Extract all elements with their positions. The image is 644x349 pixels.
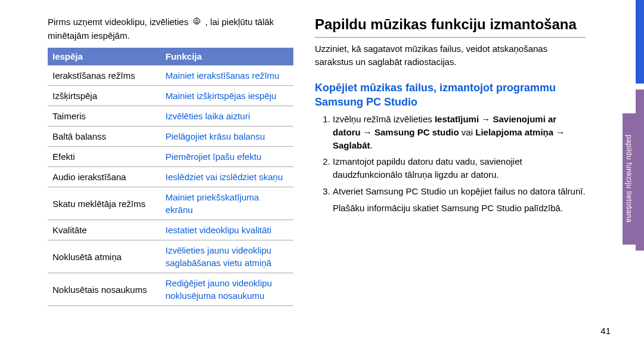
after-steps-text: Plašāku informāciju skatiet Samsung PC S…: [315, 202, 586, 215]
table-row: Baltā balanssPielāgojiet krāsu balansu: [48, 126, 293, 147]
step1-text: Izvēlņu režīmā izvēlieties: [333, 114, 435, 124]
section-heading: Papildu mūzikas funkciju izmantošana: [315, 16, 586, 38]
opt-cell: Skatu meklētāja režīms: [48, 187, 161, 220]
fn-cell: Mainiet izšķirtspējas iespēju: [161, 86, 293, 106]
opt-cell: Kvalitāte: [48, 220, 161, 240]
table-row: Noklusētā atmiņaIzvēlieties jaunu videok…: [48, 240, 293, 273]
fn-cell: Mainiet priekšskatījuma ekrānu: [161, 187, 293, 220]
edge-tab-blue: [636, 0, 644, 84]
fn-cell: Ieslēdziet vai izslēdziet skaņu: [161, 167, 293, 187]
step1-arrow: →: [553, 127, 565, 137]
table-row: IzšķirtspējaMainiet izšķirtspējas iespēj…: [48, 86, 293, 106]
table-row: Audio ierakstīšanaIeslēdziet vai izslēdz…: [48, 167, 293, 187]
opt-cell: Taimeris: [48, 106, 161, 126]
svg-point-0: [196, 20, 198, 23]
table-row: Noklusētais nosaukumsRediģējiet jauno vi…: [48, 273, 293, 306]
section-intro: Uzziniet, kā sagatavot mūzikas failus, v…: [315, 42, 586, 69]
subsection-heading: Kopējiet mūzikas failus, izmantojot prog…: [315, 81, 586, 110]
step1-bold: Iestatījumi: [435, 114, 479, 124]
step1-arrow: →: [361, 127, 374, 137]
step1-arrow: →: [479, 114, 493, 124]
table-row: KvalitāteIestatiet videoklipu kvalitāti: [48, 220, 293, 240]
steps-list: Izvēlņu režīmā izvēlieties Iestatījumi →…: [315, 113, 586, 198]
fn-cell: Izvēlieties jaunu videoklipu saglabāšana…: [161, 240, 293, 273]
step-3: Atveriet Samsung PC Studio un kopējiet f…: [333, 185, 586, 198]
step-2: Izmantojot papildu datoru datu vadu, sav…: [333, 155, 586, 181]
page-number: 41: [600, 326, 611, 336]
edge-tabs: [636, 0, 644, 349]
fn-cell: Mainiet ierakstīšanas režīmu: [161, 66, 293, 86]
step1-text: .: [370, 140, 373, 150]
step1-text: vai: [459, 127, 476, 137]
fn-cell: Izvēlēties laika aizturi: [161, 106, 293, 126]
step1-bold: Lielapjoma atmiņa: [475, 127, 553, 137]
opt-cell: Audio ierakstīšana: [48, 167, 161, 187]
step-1: Izvēlņu režīmā izvēlieties Iestatījumi →…: [333, 113, 586, 152]
step1-bold: Saglabāt: [333, 140, 370, 150]
th-option: Iespēja: [48, 48, 161, 66]
table-row: TaimerisIzvēlēties laika aizturi: [48, 106, 293, 126]
intro-before: Pirms uzņemt videoklipu, izvēlieties: [48, 17, 191, 27]
th-function: Funkcija: [161, 48, 293, 66]
intro-text: Pirms uzņemt videoklipu, izvēlieties , l…: [48, 16, 293, 42]
options-table: Iespēja Funkcija Ierakstīšanas režīmsMai…: [48, 48, 293, 306]
fn-cell: Piemērojiet īpašu efektu: [161, 147, 293, 167]
fn-cell: Pielāgojiet krāsu balansu: [161, 126, 293, 147]
table-row: EfektiPiemērojiet īpašu efektu: [48, 147, 293, 167]
gear-icon: [192, 17, 202, 29]
opt-cell: Ierakstīšanas režīms: [48, 66, 161, 86]
side-tab-label: papildu funkciju lietošana: [623, 113, 636, 245]
step1-bold: Samsung PC studio: [374, 127, 459, 137]
fn-cell: Iestatiet videoklipu kvalitāti: [161, 220, 293, 240]
opt-cell: Noklusētais nosaukums: [48, 273, 161, 306]
table-row: Ierakstīšanas režīmsMainiet ierakstīšana…: [48, 66, 293, 86]
opt-cell: Baltā balanss: [48, 126, 161, 147]
table-row: Skatu meklētāja režīmsMainiet priekšskat…: [48, 187, 293, 220]
opt-cell: Izšķirtspēja: [48, 86, 161, 106]
fn-cell: Rediģējiet jauno videoklipu noklusējuma …: [161, 273, 293, 306]
edge-tab-purple: [636, 89, 644, 251]
opt-cell: Noklusētā atmiņa: [48, 240, 161, 273]
opt-cell: Efekti: [48, 147, 161, 167]
